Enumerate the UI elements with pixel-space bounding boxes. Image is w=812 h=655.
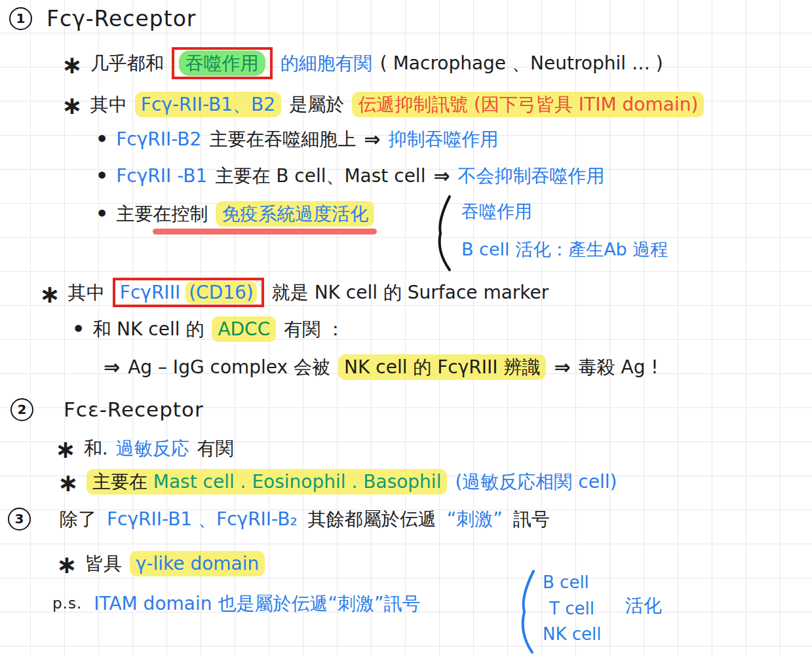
cd16-highlight: (CD16) — [185, 281, 257, 304]
line-gamma-like-domain: ∗ 皆具 γ-like domain — [56, 550, 265, 577]
cells-highlight: 主要在 Mast cell . Eosinophil . Basophil — [87, 469, 448, 495]
arrow-icon: ⇒ — [554, 355, 570, 380]
brace-left-blue — [516, 570, 536, 654]
brace-left — [434, 195, 452, 271]
bullet-marker: • — [72, 317, 85, 342]
receptor-name: FcγRIII — [120, 281, 180, 304]
text-related: 有関 ： — [284, 318, 345, 341]
green-highlight-phagocytosis: 吞噬作用 — [179, 50, 265, 76]
text-related-cells: 的細胞有関 — [280, 52, 372, 75]
line-fc-epsilon-title: 2 Fcε-Receptor — [10, 397, 204, 422]
receptor-names: FcγRII-B1 、FcγRII-B₂ — [107, 508, 298, 531]
arrow-icon: ⇒ — [433, 164, 450, 189]
text-effect: 不会抑制吞噬作用 — [458, 164, 605, 187]
red-box-phagocytosis: 吞噬作用 — [172, 47, 273, 79]
receptor-name: FcγRII-B2 — [116, 128, 201, 151]
text-stimulate-quoted: “刺激” — [447, 508, 503, 531]
asterisk-marker: ∗ — [55, 437, 76, 462]
text-rest-belong: 其餘都屬於伝遞 — [308, 508, 436, 531]
bullet-marker: • — [96, 127, 108, 152]
line-phagocytosis-cells: ∗ 几乎都和 吞噬作用 的細胞有関 ( Macrophage 、Neutroph… — [62, 47, 663, 79]
text-location: 主要在吞噬細胞上 — [209, 128, 356, 151]
circled-number-1: 1 — [9, 7, 32, 30]
text-activation-label: 活化 — [625, 593, 662, 618]
section-title-fc-epsilon: Fcε-Receptor — [64, 397, 204, 422]
arrow-icon: ⇒ — [104, 355, 120, 380]
text-allergy-reaction: 過敏反応 — [116, 437, 189, 460]
overactivation-highlight: 免疫系統過度活化 — [216, 201, 374, 227]
line-fcgr2b2: • FcγRII-B2 主要在吞噬細胞上 ⇒ 抑制吞噬作用 — [96, 127, 499, 152]
text-pre: 几乎都和 — [90, 52, 164, 75]
brace-item-phagocytosis: 吞噬作用 — [461, 200, 532, 223]
line-ps-itam: p.s. ITAM domain 也是屬於伝遞“刺激”訊号 — [52, 592, 420, 615]
line-fce-cells: ∗ 主要在 Mast cell . Eosinophil . Basophil … — [58, 468, 617, 495]
line-allergy: ∗ 和. 過敏反応 有関 — [55, 434, 234, 462]
asterisk-marker: ∗ — [62, 93, 83, 118]
brace-item-nk-cell: NK cell — [543, 624, 602, 644]
receptor-name: FcγRII -B1 — [116, 164, 207, 187]
line-adcc-mechanism: ⇒ Ag – IgG complex 会被 NK cell 的 FcγRIII … — [104, 354, 659, 380]
brace-item-t-cell: T cell — [549, 599, 594, 618]
line-inhibitory-signal: ∗ 其中 Fcγ-RII-B1、B2 是屬於 伝遞抑制訊號 (因下弓皆具 ITI… — [62, 90, 704, 118]
bullet-marker: • — [96, 202, 108, 227]
line-adcc: • 和 NK cell 的 ADCC 有関 ： — [72, 316, 345, 342]
red-box-fcgr3: FcγRIII (CD16) — [113, 278, 264, 307]
nk-recognition-highlight: NK cell 的 FcγRIII 辨識 — [338, 354, 546, 380]
text-belongs-to: 是屬於 — [289, 93, 344, 116]
text-allergy-cells-note: (過敏反応相関 cell) — [455, 470, 617, 493]
line-stimulatory-rule: 3 除了 FcγRII-B1 、FcγRII-B₂ 其餘都屬於伝遞 “刺激” 訊… — [8, 508, 550, 531]
text-location: 主要在 B cell、Mast cell — [215, 164, 425, 187]
circled-number-2: 2 — [10, 398, 33, 421]
text-mainly-on: 主要在 — [92, 471, 147, 493]
line-fc-gamma-title: 1 Fcγ-Receptor — [9, 5, 196, 32]
asterisk-marker: ∗ — [56, 552, 77, 577]
text-complex: Ag – IgG complex 会被 — [128, 356, 330, 379]
receptor-name-highlight: Fcγ-RII-B1、B2 — [135, 92, 281, 117]
inhibitory-signal-highlight: 伝遞抑制訊號 (因下弓皆具 ITIM domain) — [352, 92, 704, 117]
adcc-highlight: ADCC — [212, 316, 276, 342]
line-fcgr2b1: • FcγRII -B1 主要在 B cell、Mast cell ⇒ 不会抑制… — [96, 164, 605, 189]
text-cell-list: Mast cell . Eosinophil . Basophil — [153, 471, 442, 493]
text-all-have: 皆具 — [85, 552, 122, 575]
text-pre: 其中 — [90, 93, 127, 116]
text-mainly-control: 主要在控制 — [116, 202, 208, 225]
text-pre: 和 NK cell 的 — [92, 318, 204, 341]
arrow-icon: ⇒ — [364, 127, 380, 152]
asterisk-marker: ∗ — [58, 470, 79, 495]
text-itam-note: ITAM domain 也是屬於伝遞“刺激”訊号 — [94, 592, 420, 615]
line-immune-overactivation: • 主要在控制 免疫系統過度活化 — [96, 201, 374, 227]
circled-number-3: 3 — [8, 508, 31, 531]
gamma-like-domain-highlight: γ-like domain — [130, 551, 265, 576]
text-surface-marker: 就是 NK cell 的 Surface marker — [272, 281, 549, 304]
text-cell-examples: ( Macrophage 、Neutrophil … ) — [380, 52, 663, 75]
text-pre: 其中 — [68, 281, 105, 304]
asterisk-marker: ∗ — [39, 282, 60, 307]
text-kill-ag: 毒殺 Ag ! — [579, 356, 659, 379]
text-related: 有関 — [197, 437, 234, 460]
text-except: 除了 — [60, 508, 96, 531]
text-pre: 和. — [84, 437, 108, 460]
bullet-marker: • — [96, 164, 108, 189]
brace-item-bcell-activation: B cell 活化：產生Ab 過程 — [461, 238, 668, 261]
grid-note-paper: 1 Fcγ-Receptor ∗ 几乎都和 吞噬作用 的細胞有関 ( Macro… — [0, 0, 812, 655]
asterisk-marker: ∗ — [62, 52, 83, 77]
ps-marker: p.s. — [52, 594, 82, 613]
text-signal: 訊号 — [513, 508, 550, 531]
brace-item-b-cell: B cell — [543, 572, 589, 592]
section-title-fc-gamma: Fcγ-Receptor — [47, 5, 196, 32]
text-effect: 抑制吞噬作用 — [389, 128, 499, 151]
line-fcgr3-nk-marker: ∗ 其中 FcγRIII (CD16) 就是 NK cell 的 Surface… — [39, 278, 549, 307]
